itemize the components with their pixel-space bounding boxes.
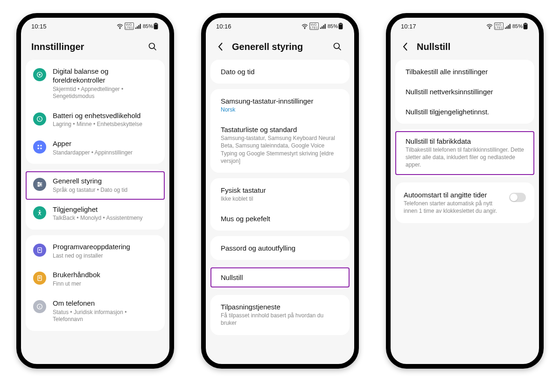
settings-accessibility[interactable]: Tilgjengelighet TalkBack • Monolyd • Ass…: [26, 200, 165, 228]
volte-icon: VoGLTE1: [494, 22, 504, 30]
wifi-icon: [301, 24, 308, 29]
svg-rect-47: [525, 23, 526, 24]
gm-keyboard-list[interactable]: Tastaturliste og standard Samsung-tastat…: [210, 119, 350, 171]
phone-frame-1: 10:15 VoGLTE1 85% Innstillinger Digital …: [16, 13, 174, 369]
gm-mouse-trackpad[interactable]: Mus og pekefelt: [210, 209, 350, 229]
battery-icon: [523, 23, 528, 29]
wifi-icon: [117, 24, 123, 29]
about-icon: [33, 300, 46, 313]
battery-percent: 85%: [328, 23, 338, 29]
svg-line-9: [154, 48, 156, 50]
wifi-icon: [486, 24, 493, 29]
status-bar: 10:16 VoGLTE1 85%: [206, 18, 354, 33]
settings-group: Generell styring Språk og tastatur • Dat…: [26, 169, 165, 230]
settings-about-phone[interactable]: Om telefonen Status • Juridisk informasj…: [26, 294, 165, 329]
phone-frame-3: 10:17 VoGLTE1 85% Nullstill Tilbakestill…: [386, 13, 544, 369]
svg-rect-7: [154, 25, 157, 29]
status-icons: VoGLTE1 85%: [117, 22, 159, 30]
settings-group: Samsung-tastatur-innstillinger Norsk Tas…: [210, 89, 350, 173]
row-title: Digital balanse og foreldrekontroller: [53, 67, 157, 85]
row-subtitle: Status • Juridisk informasjon • Telefonn…: [53, 309, 157, 323]
volte-icon: VoGLTE1: [125, 22, 134, 30]
page-title: Innstillinger: [31, 42, 84, 52]
svg-point-41: [489, 28, 490, 28]
apps-icon: [33, 140, 46, 154]
signal-icon: [135, 24, 141, 29]
settings-group: Autoomstart til angitte tider Telefonen …: [395, 182, 534, 223]
search-button[interactable]: [331, 40, 344, 53]
row-title: Nullstill: [221, 273, 339, 281]
row-subtitle: Lagring • Minne • Enhetsbeskyttelse: [53, 121, 157, 128]
row-title: Nullstill til fabrikkdata: [406, 137, 524, 145]
svg-rect-38: [339, 25, 342, 29]
row-subtitle: Språk og tastatur • Dato og tid: [53, 187, 157, 194]
row-subtitle: TalkBack • Monolyd • Assistentmeny: [53, 215, 157, 222]
svg-rect-33: [322, 26, 322, 28]
settings-user-manual[interactable]: Brukerhåndbok Finn ut mer: [26, 265, 165, 293]
reset-all-settings[interactable]: Tilbakestill alle innstillinger: [395, 62, 534, 82]
content-area: Digital balanse og foreldrekontroller Sk…: [21, 60, 169, 364]
phone-screen: 10:16 VoGLTE1 85% Generell styring Dato …: [206, 18, 354, 364]
settings-group: Tilpasningstjeneste Få tilpasset innhold…: [210, 295, 350, 335]
gm-passwords-autofill[interactable]: Passord og autoutfylling: [210, 238, 350, 258]
settings-group: Digital balanse og foreldrekontroller Sk…: [26, 60, 165, 164]
back-button[interactable]: [216, 40, 225, 53]
svg-point-14: [40, 145, 42, 147]
row-title: Tilbakestill alle innstillinger: [406, 68, 524, 76]
wellbeing-icon: [33, 68, 46, 81]
status-time: 10:16: [216, 23, 231, 30]
toggle-switch[interactable]: [509, 193, 526, 202]
reset-factory-data[interactable]: Nullstill til fabrikkdata Tilbakestill t…: [395, 131, 534, 175]
row-subtitle: Telefonen starter automatisk på nytt inn…: [404, 200, 504, 215]
title-bar: Innstillinger: [21, 33, 169, 60]
battery-icon: [338, 23, 343, 29]
phone-screen: 10:17 VoGLTE1 85% Nullstill Tilbakestill…: [391, 18, 539, 364]
reset-auto-restart[interactable]: Autoomstart til angitte tider Telefonen …: [395, 184, 534, 221]
row-title: Brukerhåndbok: [53, 271, 157, 280]
a11y-icon: [33, 206, 46, 219]
status-time: 10:15: [31, 23, 47, 30]
svg-point-13: [37, 145, 39, 147]
gm-reset[interactable]: Nullstill: [210, 267, 350, 287]
row-title: Batteri og enhetsvedlikehold: [53, 112, 157, 120]
status-bar: 10:17 VoGLTE1 85%: [391, 18, 539, 33]
volte-icon: VoGLTE1: [309, 22, 319, 30]
svg-rect-4: [140, 24, 141, 28]
row-title: Generell styring: [53, 177, 157, 186]
manual-icon: [33, 272, 46, 285]
reset-accessibility[interactable]: Nullstill tilgjengelighetinnst.: [395, 102, 534, 122]
gm-date-time[interactable]: Dato og tid: [210, 62, 350, 82]
settings-group: Tilbakestill alle innstillinger Nullstil…: [395, 60, 534, 124]
back-button[interactable]: [401, 40, 410, 53]
svg-rect-1: [135, 28, 136, 29]
settings-software-update[interactable]: Programvareoppdatering Last ned og insta…: [26, 237, 165, 265]
svg-point-23: [39, 210, 41, 211]
settings-general-management[interactable]: Generell styring Språk og tastatur • Dat…: [26, 171, 165, 199]
gm-customization-service[interactable]: Tilpasningstjeneste Få tilpasset innhold…: [210, 297, 350, 333]
svg-rect-48: [524, 25, 527, 29]
status-icons: VoGLTE1 85%: [301, 22, 344, 30]
phone-screen: 10:15 VoGLTE1 85% Innstillinger Digital …: [21, 18, 169, 364]
page-title: Generell styring: [232, 42, 303, 52]
row-subtitle: Skjermtid • Appnedtellinger • Sengetidsm…: [53, 86, 157, 100]
svg-rect-6: [155, 23, 156, 24]
signal-icon: [320, 24, 326, 29]
svg-point-0: [119, 28, 120, 28]
settings-battery-care[interactable]: Batteri og enhetsvedlikehold Lagring • M…: [26, 106, 165, 134]
row-subtitle: Finn ut mer: [53, 280, 157, 288]
search-button[interactable]: [146, 40, 159, 53]
svg-point-39: [334, 43, 340, 49]
row-subtitle: Samsung-tastatur, Samsung Keyboard Neura…: [221, 134, 339, 165]
settings-group: Programvareoppdatering Last ned og insta…: [26, 235, 165, 331]
row-title: Autoomstart til angitte tider: [404, 191, 504, 199]
reset-network[interactable]: Nullstill nettverksinnstillinger: [395, 82, 534, 102]
settings-apps[interactable]: Apper Standardapper • Appinnstillinger: [26, 134, 165, 162]
svg-point-22: [38, 185, 40, 187]
gm-physical-keyboard[interactable]: Fysisk tastatur Ikke koblet til: [210, 180, 350, 209]
row-title: Tilpasningstjeneste: [221, 303, 339, 311]
gm-samsung-keyboard[interactable]: Samsung-tastatur-innstillinger Norsk: [210, 91, 350, 119]
row-subtitle: Få tilpasset innhold basert på hvordan d…: [221, 312, 339, 327]
row-title: Tilgjengelighet: [53, 205, 157, 214]
row-subtitle: Ikke koblet til: [221, 195, 339, 203]
settings-digital-balance[interactable]: Digital balanse og foreldrekontroller Sk…: [26, 62, 165, 106]
